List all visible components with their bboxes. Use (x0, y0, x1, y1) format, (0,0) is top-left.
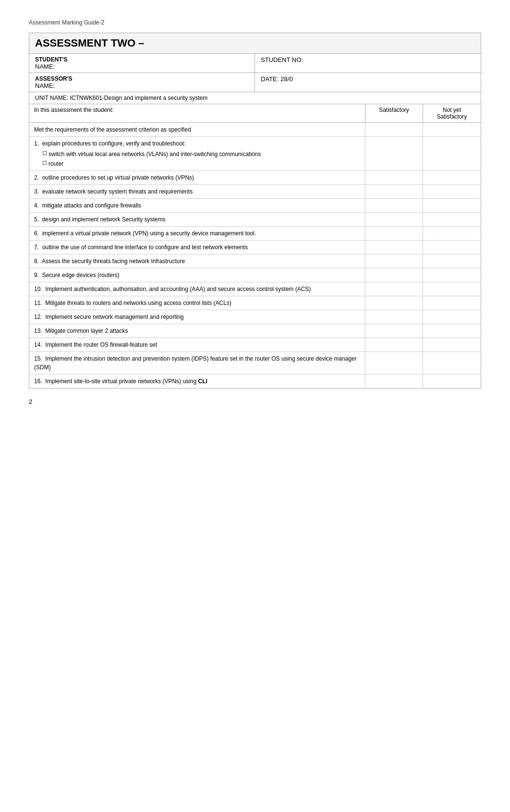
criteria-row-14: 14. Implement the router OS firewall-fea… (29, 338, 481, 352)
criteria-satisfactory-14 (365, 338, 423, 351)
bullet-icon-1a (43, 151, 47, 155)
assessor-name-cell: ASSESSOR'S NAME: (29, 73, 255, 92)
criteria-not-yet-16 (423, 375, 481, 388)
assessor-label: ASSESSOR'S (35, 75, 249, 82)
criteria-satisfactory-5 (365, 213, 423, 226)
criteria-satisfactory-9 (365, 268, 423, 282)
criteria-satisfactory-12 (365, 310, 423, 324)
criteria-row-9: 9. Secure edge devices (routers) (29, 268, 481, 282)
criteria-text-9: 9. Secure edge devices (routers) (29, 268, 365, 282)
criteria-row-10: 10. Implement authentication, authorisat… (29, 282, 481, 296)
criteria-text-11: 11. Mitigate threats to routers and netw… (29, 296, 365, 310)
criteria-text-2: 2. outline procedures to set up virtual … (29, 171, 365, 184)
criteria-not-yet-3 (423, 185, 481, 198)
criteria-number-5: 5. (34, 216, 42, 223)
satisfactory-col-header: Satisfactory (365, 104, 423, 122)
criteria-satisfactory-7 (365, 241, 423, 254)
student-no-cell: STUDENT NO: (255, 54, 481, 73)
criteria-row-2: 2. outline procedures to set up virtual … (29, 171, 481, 185)
assessor-name-label: NAME: (35, 82, 249, 89)
criteria-row-1: 1. explain procedures to configure, veri… (29, 137, 481, 171)
criteria-not-yet-6 (423, 227, 481, 240)
criteria-number-14: 14. (34, 341, 45, 348)
criteria-text-1: 1. explain procedures to configure, veri… (29, 137, 365, 170)
criteria-number-1: 1. (34, 140, 42, 147)
student-no-label: STUDENT NO: (261, 56, 475, 63)
criteria-row-11: 11. Mitigate threats to routers and netw… (29, 296, 481, 310)
criteria-number-12: 12. (34, 314, 45, 320)
unit-name-row: UNIT NAME: ICTNWK601-Design and implemen… (29, 92, 481, 104)
criteria-satisfactory-15 (365, 352, 423, 374)
page-label: Assessment Marking Guide-2 (29, 19, 481, 26)
sub-item-1b: router (49, 159, 63, 168)
sub-item-1a: switch with virtual local area networks … (49, 150, 261, 158)
criteria-text-3: 3. evaluate network security system thre… (29, 185, 365, 198)
criteria-number-2: 2. (34, 174, 42, 181)
criteria-text-10: 10. Implement authentication, authorisat… (29, 282, 365, 296)
criteria-not-yet-7 (423, 241, 481, 254)
criteria-not-yet-2 (423, 171, 481, 184)
criteria-satisfactory-10 (365, 282, 423, 296)
criteria-number-11: 11. (34, 300, 45, 306)
criteria-row-5: 5. design and implement network Security… (29, 213, 481, 227)
criteria-satisfactory-4 (365, 199, 423, 212)
criteria-satisfactory-2 (365, 171, 423, 184)
criteria-not-yet-1 (423, 137, 481, 170)
criteria-row-6: 6. implement a virtual private network (… (29, 227, 481, 241)
criteria-row-met: Met the requirements of the assessment c… (29, 123, 481, 137)
criteria-satisfactory-met (365, 123, 423, 136)
criteria-not-yet-10 (423, 282, 481, 296)
date-value: 28/0 (280, 75, 292, 83)
criteria-number-9: 9. (34, 272, 42, 279)
criteria-number-7: 7. (34, 244, 42, 251)
criteria-number-6: 6. (34, 230, 42, 237)
criteria-row-3: 3. evaluate network security system thre… (29, 185, 481, 199)
criteria-not-yet-15 (423, 352, 481, 374)
criteria-text-13: 13. Mitigate common layer 2 attacks (29, 324, 365, 338)
bullet-icon-1b (43, 161, 47, 165)
criteria-text-8: 8. Assess the security threats facing ne… (29, 255, 365, 268)
criteria-text-5: 5. design and implement network Security… (29, 213, 365, 226)
criteria-number-3: 3. (34, 188, 42, 195)
assessment-title: ASSESSMENT TWO – (29, 33, 481, 54)
criteria-satisfactory-16 (365, 375, 423, 388)
criteria-col-header: In this assessment the student: (29, 104, 365, 122)
criteria-satisfactory-13 (365, 324, 423, 338)
criteria-number-13: 13. (34, 327, 45, 334)
criteria-text-14: 14. Implement the router OS firewall-fea… (29, 338, 365, 351)
criteria-satisfactory-8 (365, 255, 423, 268)
criteria-satisfactory-1 (365, 137, 423, 170)
criteria-text-12: 12. Implement secure network management … (29, 310, 365, 324)
footer-number: 2 (29, 398, 481, 405)
not-yet-col-header: Not yet Satisfactory (423, 104, 481, 122)
criteria-not-yet-14 (423, 338, 481, 351)
criteria-text-met: Met the requirements of the assessment c… (29, 123, 365, 136)
criteria-row-13: 13. Mitigate common layer 2 attacks (29, 324, 481, 338)
criteria-text-7: 7. outline the use of command line inter… (29, 241, 365, 254)
criteria-number-15: 15. (34, 355, 45, 362)
criteria-not-yet-5 (423, 213, 481, 226)
criteria-not-yet-8 (423, 255, 481, 268)
criteria-not-yet-4 (423, 199, 481, 212)
criteria-text-15: 15. Implement the intrusion detection an… (29, 352, 365, 374)
assessment-box: ASSESSMENT TWO – STUDENT'S NAME: STUDENT… (29, 33, 481, 388)
student-label: STUDENT'S (35, 56, 249, 63)
criteria-row-4: 4. mitigate attacks and configure firewa… (29, 199, 481, 213)
student-name-cell: STUDENT'S NAME: (29, 54, 255, 73)
criteria-row-7: 7. outline the use of command line inter… (29, 241, 481, 255)
criteria-satisfactory-3 (365, 185, 423, 198)
criteria-row-8: 8. Assess the security threats facing ne… (29, 255, 481, 268)
criteria-row-16: 16. Implement site-to-site virtual priva… (29, 375, 481, 388)
criteria-row-15: 15. Implement the intrusion detection an… (29, 352, 481, 375)
student-name-label: NAME: (35, 63, 249, 70)
criteria-number-16: 16. (34, 378, 45, 385)
criteria-number-10: 10. (34, 286, 45, 292)
criteria-text-4: 4. mitigate attacks and configure firewa… (29, 199, 365, 212)
criteria-not-yet-11 (423, 296, 481, 310)
criteria-not-yet-9 (423, 268, 481, 282)
date-label: DATE: (261, 75, 279, 83)
criteria-text-6: 6. implement a virtual private network (… (29, 227, 365, 240)
criteria-number-4: 4. (34, 202, 42, 209)
date-cell: DATE: 28/0 (255, 73, 481, 92)
criteria-satisfactory-11 (365, 296, 423, 310)
